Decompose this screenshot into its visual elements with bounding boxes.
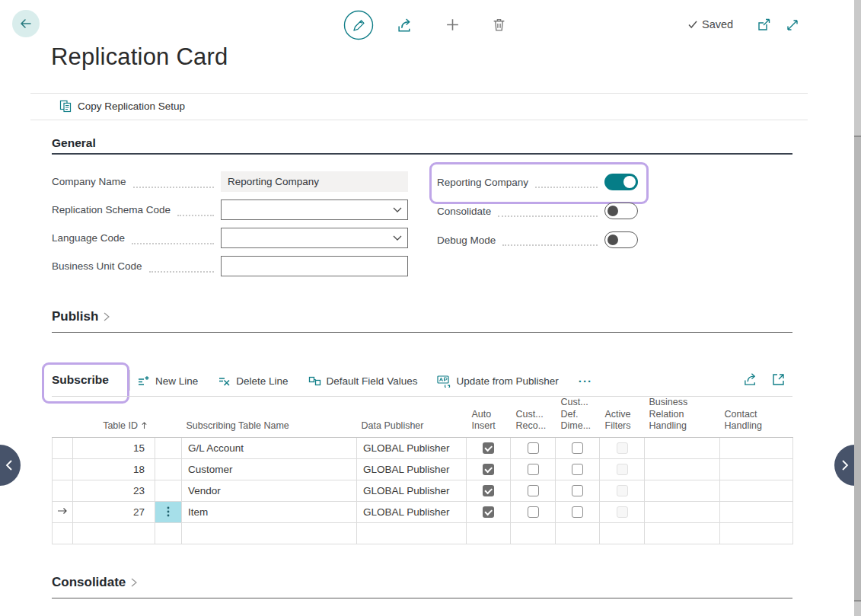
checkbox-unchecked[interactable] bbox=[528, 464, 539, 475]
row-menu-button[interactable] bbox=[155, 502, 181, 522]
checkbox-unchecked[interactable] bbox=[528, 442, 539, 454]
row-selector-cell[interactable] bbox=[53, 458, 73, 480]
cust-def-dime-cell[interactable] bbox=[556, 522, 600, 544]
subscribing-table-name-cell[interactable]: G/L Account bbox=[182, 437, 357, 458]
row-menu-cell[interactable] bbox=[155, 522, 182, 544]
table-id-cell[interactable] bbox=[73, 522, 155, 544]
cust-reco-cell[interactable] bbox=[511, 522, 556, 544]
data-publisher-cell[interactable]: GLOBAL Publisher bbox=[357, 501, 467, 522]
column-header-auto-insert[interactable]: Auto Insert bbox=[467, 397, 511, 437]
checkbox-unchecked[interactable] bbox=[572, 506, 583, 518]
checkbox-disabled bbox=[617, 442, 628, 454]
business-relation-handling-cell[interactable] bbox=[645, 480, 720, 501]
row-selector-cell[interactable] bbox=[53, 522, 73, 544]
data-publisher-cell[interactable]: GLOBAL Publisher bbox=[357, 458, 467, 480]
data-publisher-cell[interactable]: GLOBAL Publisher bbox=[357, 437, 467, 458]
replication-schema-code-field[interactable] bbox=[221, 199, 408, 220]
new-line-icon bbox=[137, 375, 150, 388]
business-relation-handling-cell[interactable] bbox=[645, 501, 720, 522]
row-menu-cell[interactable] bbox=[155, 480, 182, 501]
checkbox-disabled bbox=[617, 506, 628, 518]
new-line-button[interactable]: New Line bbox=[137, 375, 198, 388]
default-field-values-button[interactable]: Default Field Values bbox=[308, 375, 418, 388]
company-name-field[interactable] bbox=[221, 171, 408, 192]
table-id-cell[interactable]: 15 bbox=[73, 437, 155, 458]
scrollbar-thumb[interactable] bbox=[854, 136, 861, 602]
table-row[interactable]: 15 G/L Account GLOBAL Publisher bbox=[53, 437, 793, 458]
table-row[interactable]: 23 Vendor GLOBAL Publisher bbox=[53, 480, 793, 501]
business-relation-handling-cell[interactable] bbox=[645, 522, 720, 544]
row-selector-cell[interactable] bbox=[53, 480, 73, 501]
popout-list-button[interactable] bbox=[771, 372, 786, 387]
copy-replication-setup-action[interactable]: Copy Replication Setup bbox=[59, 100, 185, 113]
row-menu-cell[interactable] bbox=[155, 458, 182, 480]
active-filters-cell[interactable] bbox=[600, 522, 645, 544]
column-header-cust-reco[interactable]: Cust... Reco... bbox=[511, 397, 556, 437]
column-header-subscribing-table-name[interactable]: Subscribing Table Name bbox=[182, 397, 357, 437]
row-menu-cell[interactable] bbox=[155, 501, 182, 522]
section-heading-subscribe[interactable]: Subscribe bbox=[52, 373, 109, 387]
language-code-field[interactable] bbox=[221, 228, 408, 248]
checkbox-checked[interactable] bbox=[483, 464, 494, 475]
contact-handling-cell[interactable] bbox=[720, 522, 793, 544]
data-publisher-cell[interactable]: GLOBAL Publisher bbox=[357, 480, 467, 501]
edit-button[interactable] bbox=[343, 10, 374, 40]
checkbox-checked[interactable] bbox=[483, 442, 494, 454]
column-header-active-filters[interactable]: Active Filters bbox=[600, 397, 645, 437]
business-unit-code-field[interactable] bbox=[221, 256, 408, 276]
expand-button[interactable] bbox=[785, 18, 800, 33]
delete-line-button[interactable]: Delete Line bbox=[218, 375, 288, 388]
section-heading-publish[interactable]: Publish bbox=[52, 309, 110, 324]
auto-insert-cell[interactable] bbox=[467, 522, 511, 544]
row-menu-cell[interactable] bbox=[155, 437, 182, 458]
subscribing-table-name-cell[interactable]: Customer bbox=[182, 458, 357, 480]
update-from-publisher-button[interactable]: Update from Publisher bbox=[437, 375, 558, 388]
share-button[interactable] bbox=[397, 17, 413, 34]
subscribing-table-name-cell[interactable]: Item bbox=[182, 501, 357, 522]
add-button[interactable] bbox=[445, 17, 461, 33]
subscribing-table-name-cell[interactable]: Vendor bbox=[182, 480, 357, 501]
business-relation-handling-cell[interactable] bbox=[645, 437, 720, 458]
section-heading-consolidate[interactable]: Consolidate bbox=[52, 575, 138, 590]
checkbox-checked[interactable] bbox=[483, 506, 494, 518]
contact-handling-cell[interactable] bbox=[720, 437, 793, 458]
checkbox-unchecked[interactable] bbox=[528, 485, 539, 496]
column-header-table-id[interactable]: Table ID bbox=[73, 397, 155, 437]
table-row[interactable]: 18 Customer GLOBAL Publisher bbox=[53, 458, 793, 480]
checkbox-unchecked[interactable] bbox=[572, 442, 583, 454]
contact-handling-cell[interactable] bbox=[720, 480, 793, 501]
contact-handling-cell[interactable] bbox=[720, 501, 793, 522]
table-id-cell[interactable]: 23 bbox=[73, 480, 155, 501]
open-in-new-window-button[interactable] bbox=[757, 18, 772, 33]
debug-mode-toggle[interactable] bbox=[604, 231, 638, 248]
share-list-button[interactable] bbox=[743, 372, 758, 387]
table-id-cell[interactable]: 18 bbox=[73, 458, 155, 480]
back-button[interactable] bbox=[12, 10, 40, 37]
column-header-business-relation-handling[interactable]: Business Relation Handling bbox=[645, 397, 720, 437]
contact-handling-cell[interactable] bbox=[720, 458, 793, 480]
data-publisher-cell[interactable] bbox=[357, 522, 467, 544]
checkbox-unchecked[interactable] bbox=[572, 464, 583, 475]
table-id-cell[interactable]: 27 bbox=[73, 501, 155, 522]
subscribing-table-name-cell[interactable] bbox=[182, 522, 357, 544]
reporting-company-toggle[interactable] bbox=[604, 174, 638, 190]
checkbox-checked[interactable] bbox=[483, 485, 494, 496]
vertical-scrollbar[interactable] bbox=[854, 0, 861, 616]
table-row-selected[interactable]: 27 Item GLOBAL Publisher bbox=[53, 501, 793, 522]
table-row-empty[interactable] bbox=[53, 522, 793, 544]
subscribe-toolbar: New Line Delete Line Default Field Value… bbox=[137, 370, 592, 391]
business-relation-handling-cell[interactable] bbox=[645, 458, 720, 480]
delete-button[interactable] bbox=[491, 17, 507, 33]
more-options-button[interactable]: ... bbox=[579, 375, 593, 387]
checkbox-unchecked[interactable] bbox=[528, 506, 539, 518]
row-selector-cell[interactable] bbox=[53, 501, 73, 522]
consolidate-toggle[interactable] bbox=[604, 203, 638, 219]
cust-def-dime-cell bbox=[556, 437, 600, 458]
column-header-cust-def-dime[interactable]: Cust... Def. Dime... bbox=[556, 397, 600, 437]
column-header-contact-handling[interactable]: Contact Handling bbox=[720, 397, 793, 437]
previous-record-button[interactable] bbox=[0, 445, 21, 486]
column-header-data-publisher[interactable]: Data Publisher bbox=[357, 397, 467, 437]
row-selector-cell[interactable] bbox=[53, 437, 73, 458]
checkbox-unchecked[interactable] bbox=[572, 485, 583, 496]
section-heading-general[interactable]: General bbox=[52, 136, 96, 150]
